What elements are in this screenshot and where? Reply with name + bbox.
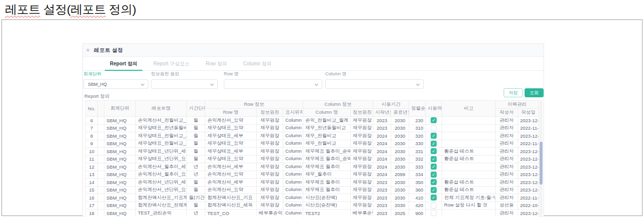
- cell-remark: 황준섭 테스트: [442, 155, 496, 163]
- tab-report-components[interactable]: Report 구성요소: [145, 57, 198, 70]
- page-title-part: 레포트: [5, 2, 40, 16]
- cell-add: [98, 140, 104, 148]
- filter-select-source-ledger[interactable]: [151, 79, 218, 89]
- table-row[interactable]: 17SBM_HQ합계잔액시산표_전체계정월합계잔액시산표_세목재무원장Colum…: [86, 202, 539, 210]
- cell-col-name: 시산표(순잔액): [303, 194, 351, 202]
- cell-end-year: 2030: [391, 148, 409, 156]
- cell-use-yn[interactable]: ✓: [426, 132, 442, 140]
- col-header-start-year[interactable]: 시작년도: [373, 109, 391, 117]
- cell-col-source: 재무원장: [351, 186, 373, 194]
- cell-row-position: Column 정의: [283, 210, 303, 217]
- cell-row-position: Column 정의: [283, 171, 303, 179]
- checkbox-checked[interactable]: ✓: [431, 148, 437, 154]
- vertical-scrollbar[interactable]: [540, 100, 543, 217]
- cell-period-unit: 월: [187, 140, 205, 148]
- table-row[interactable]: 15SBM_HQ손익계산서_년단위_요약월손익계산서_요약재무원장Column …: [86, 186, 539, 194]
- col-header-row-position[interactable]: 표시위치: [283, 109, 303, 117]
- col-header-row-source[interactable]: 정보원천: [257, 109, 283, 117]
- cell-remark: 황준섭 테스트: [442, 179, 496, 187]
- checkbox-unchecked[interactable]: [431, 203, 437, 209]
- cell-use-yn[interactable]: ✓: [426, 155, 442, 163]
- table-row[interactable]: 14SBM_HQ손익계산서_년단위_세부월손익계산서_세부재무원장Column …: [86, 179, 539, 187]
- col-header-account-unit[interactable]: 회계단위: [104, 101, 136, 117]
- cell-row-position: Column 정의: [283, 117, 303, 125]
- cell-end-year: 2030: [391, 179, 409, 187]
- cell-account-unit: SBM_HQ: [104, 132, 136, 140]
- cell-col-name: 재무제표 월추이: [303, 179, 351, 187]
- tab-column-def[interactable]: Column 정의: [235, 57, 280, 70]
- table-row[interactable]: 12SBM_HQ손익계산서_월추이_세부년손익계산서_세부재무원장Column …: [86, 163, 539, 171]
- cell-row-position: Column 정의: [283, 124, 303, 132]
- table-row[interactable]: 11SBM_HQ재무상태표_년단위_요약월재무상태표_요약재무원장Column …: [86, 155, 539, 163]
- checkbox-checked[interactable]: ✓: [431, 172, 437, 178]
- tab-row-def[interactable]: Row 정의: [198, 57, 235, 70]
- checkbox-unchecked[interactable]: [431, 125, 437, 131]
- cell-use-yn[interactable]: ✓: [426, 171, 442, 179]
- cell-report-name: 손익계산서_년단위_요약: [136, 186, 187, 194]
- checkbox-checked[interactable]: ✓: [431, 117, 437, 123]
- checkbox-checked[interactable]: ✓: [431, 133, 437, 139]
- page-title-part: 정의): [106, 2, 136, 16]
- table-row[interactable]: 13SBM_HQ손익계산서_월추이_요약년손익계산서_요약재무원장Column …: [86, 171, 539, 179]
- table-row[interactable]: 9SBM_HQ재무상태표_전월비교_요약월재무상태표_요약재무원장Column …: [86, 140, 539, 148]
- table-row[interactable]: 10SBM_HQ재무상태표_년단위_세부월재무상태표_세부재무원장Column …: [86, 148, 539, 156]
- save-button[interactable]: 저장: [504, 88, 523, 97]
- scrollbar-thumb[interactable]: [540, 142, 543, 185]
- filter-row-name: Row 명: [224, 71, 322, 89]
- col-header-no[interactable]: No.: [86, 101, 98, 117]
- cell-use-yn[interactable]: ✓: [426, 140, 442, 148]
- filter-select-column-name[interactable]: [325, 79, 424, 89]
- cell-use-yn[interactable]: ✓: [426, 163, 442, 171]
- cell-use-yn[interactable]: [426, 124, 442, 132]
- col-header-col-source[interactable]: 정보원천: [351, 109, 373, 117]
- filter-select-account-unit[interactable]: SBM_HQ: [83, 79, 148, 89]
- cell-add: [98, 210, 104, 217]
- checkbox-checked[interactable]: ✓: [431, 195, 437, 201]
- col-header-period-unit[interactable]: 기간단위: [187, 101, 205, 117]
- cell-row-position: Column 정의: [283, 202, 303, 210]
- col-header-add[interactable]: [98, 101, 104, 117]
- cell-row-name: 재무상태표_요약: [205, 124, 257, 132]
- checkbox-checked[interactable]: ✓: [431, 164, 437, 170]
- cell-use-yn[interactable]: ✓: [426, 179, 442, 187]
- table-row[interactable]: 16SBM_HQ합계잔액시산표_기표계정월(기간)합계잔액시산표_기표재무원장C…: [86, 194, 539, 202]
- col-header-sort-order[interactable]: 정렬순서: [409, 101, 426, 117]
- checkbox-checked[interactable]: ✓: [431, 187, 437, 193]
- tab-report-def[interactable]: Report 정의: [102, 57, 145, 70]
- cell-use-yn[interactable]: [426, 210, 442, 217]
- cell-end-year: 2030: [391, 132, 409, 140]
- cell-use-yn[interactable]: ✓: [426, 194, 442, 202]
- col-header-remark[interactable]: 비고: [442, 101, 496, 117]
- table-row[interactable]: 6SBM_HQ손익계산서_전월비교_요약월손익계산서_요약재무원장Column …: [86, 117, 539, 125]
- table-row[interactable]: 8SBM_HQ재무상태표_전월비교_세부월재무상태표_세부재무원장Column …: [86, 132, 539, 140]
- cell-report-name: 재무상태표_전월비교_세부: [136, 132, 187, 140]
- cell-row-source: 재무원장: [257, 163, 283, 171]
- cell-use-yn[interactable]: [426, 202, 442, 210]
- col-header-writer[interactable]: 작성자: [496, 109, 518, 117]
- star-icon[interactable]: ★: [85, 47, 90, 53]
- checkbox-checked[interactable]: ✓: [431, 141, 437, 147]
- cell-account-unit: SBM_HQ: [104, 163, 136, 171]
- col-group-usage-period: 사용기간: [373, 101, 409, 109]
- cell-row-source: 재무원장: [257, 186, 283, 194]
- filter-select-row-name[interactable]: [224, 79, 322, 89]
- col-header-col-name[interactable]: Column 명: [303, 109, 351, 117]
- cell-use-yn[interactable]: ✓: [426, 117, 442, 125]
- col-header-end-year[interactable]: 종료년도: [391, 109, 409, 117]
- cell-end-year: 2030: [391, 202, 409, 210]
- checkbox-checked[interactable]: ✓: [431, 179, 437, 185]
- cell-no: 17: [86, 202, 98, 210]
- cell-use-yn[interactable]: ✓: [426, 186, 442, 194]
- col-header-use-yn[interactable]: 사용여부: [426, 101, 442, 117]
- col-header-write-date[interactable]: 작성일: [518, 109, 539, 117]
- col-header-report-name[interactable]: 레포트명: [136, 101, 187, 117]
- search-button[interactable]: 조회: [525, 88, 544, 97]
- cell-use-yn[interactable]: ✓: [426, 148, 442, 156]
- filter-label-row-name: Row 명: [224, 71, 322, 77]
- table-row[interactable]: 18SBM_HQTEST_관리손익년TEST_CO배부후손익Column 정의T…: [86, 210, 539, 217]
- col-header-row-name[interactable]: Row 명: [205, 109, 257, 117]
- checkbox-checked[interactable]: ✓: [431, 156, 437, 162]
- table-row[interactable]: 7SBM_HQ재무상태표_전년동월비교_요약월재무상태표_요약재무원장Colum…: [86, 124, 539, 132]
- cell-report-name: 합계잔액시산표_기표계정: [136, 194, 187, 202]
- checkbox-unchecked[interactable]: [431, 210, 437, 216]
